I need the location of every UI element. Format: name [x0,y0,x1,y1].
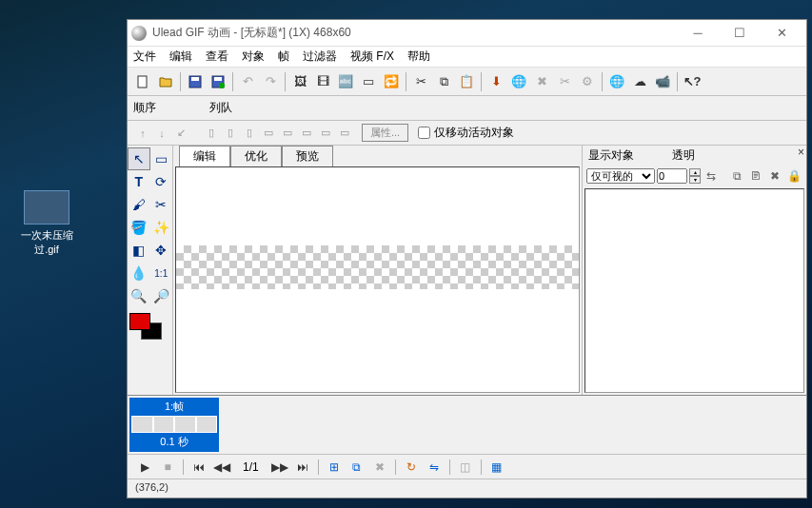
add-image-button[interactable]: 🖼 [289,71,310,92]
desktop-file-icon[interactable]: 一次未压缩过.gif [13,190,80,257]
arrow-up-icon[interactable]: ↑ [134,125,151,142]
transparency-input[interactable] [657,168,687,184]
dist-h-icon[interactable]: ▭ [317,125,334,142]
crop-button[interactable]: ✂ [554,71,575,92]
onion-button[interactable]: ◫ [456,459,475,476]
desktop-unknown-icon[interactable] [78,190,101,213]
copy-button[interactable]: ⧉ [433,71,454,92]
move-only-input[interactable] [418,127,430,139]
menu-help[interactable]: 帮助 [407,49,430,65]
dup-frame-button[interactable]: ⧉ [347,459,366,476]
preview-browser-button[interactable]: 🌐 [508,71,529,92]
order-label: 顺序 [133,100,209,116]
play-button[interactable]: ▶ [135,459,154,476]
lock-icon[interactable]: 🔒 [785,167,802,185]
add-blank-button[interactable]: ▭ [358,71,379,92]
arrow-down-icon[interactable]: ↓ [153,125,170,142]
add-frame-button[interactable]: ⊞ [325,459,344,476]
menu-filter[interactable]: 过滤器 [303,49,337,65]
new-button[interactable] [132,71,153,92]
reverse-button[interactable]: ⇋ [425,459,444,476]
tab-edit[interactable]: 编辑 [179,146,230,166]
properties-button[interactable]: 属性... [362,124,408,142]
delete-obj-icon[interactable]: ✖ [766,167,783,185]
loop-button[interactable]: ↻ [402,459,421,476]
cloud-button[interactable]: ☁ [629,71,650,92]
open-button[interactable] [155,71,176,92]
color-swatch[interactable] [128,313,172,347]
zoom-out-tool[interactable]: 🔎 [150,284,173,307]
eyedropper-tool[interactable]: 💧 [128,262,150,284]
save-as-button[interactable] [208,71,228,92]
add-video-button[interactable]: 🎞 [312,71,333,92]
dist-v-icon[interactable]: ▭ [336,125,353,142]
prev-frame-button[interactable]: ◀◀ [212,459,231,476]
help-context-button[interactable]: ↖? [682,71,703,92]
paste-button[interactable]: 📋 [456,71,477,92]
move-only-checkbox[interactable]: 仅移动活动对象 [418,125,514,141]
delete-button[interactable]: ✖ [531,71,552,92]
foreground-color[interactable] [129,313,150,330]
visibility-select[interactable]: 仅可视的 [586,168,655,184]
actual-size-tool[interactable]: 1:1 [150,262,173,284]
del-frame-button[interactable]: ✖ [370,459,389,476]
add-banner-button[interactable]: 🔤 [335,71,356,92]
object-list[interactable] [584,188,804,393]
marquee-tool[interactable]: ▭ [150,147,173,170]
align-center-icon[interactable]: ▯ [222,125,239,142]
web-button[interactable]: 🌐 [606,71,627,92]
group-icon[interactable]: 🖹 [747,167,764,185]
save-button[interactable] [185,71,206,92]
last-frame-button[interactable]: ⏭ [293,459,312,476]
maximize-button[interactable]: ☐ [719,22,761,45]
menu-edit[interactable]: 编辑 [169,49,192,65]
slider-icon[interactable]: ⇆ [703,167,720,185]
spin-down-icon[interactable]: ▾ [689,176,701,184]
cut-button[interactable]: ✂ [410,71,431,92]
export-button[interactable]: ⬇ [485,71,506,92]
align-mid-icon[interactable]: ▭ [279,125,296,142]
undo-button[interactable]: ↶ [237,71,258,92]
tab-preview[interactable]: 预览 [282,146,333,166]
zoom-in-tool[interactable]: 🔍 [128,284,150,307]
rotate-tool[interactable]: ⟳ [150,170,173,193]
camera-button[interactable]: 📹 [652,71,673,92]
minimize-button[interactable]: ─ [677,22,719,45]
svg-rect-0 [138,76,147,88]
settings-button[interactable]: ▦ [487,459,506,476]
duplicate-icon[interactable]: ⧉ [728,167,745,185]
menu-view[interactable]: 查看 [206,49,228,65]
align-left-icon[interactable]: ▯ [203,125,220,142]
arrow-back-icon[interactable]: ↙ [172,125,189,142]
move-tool[interactable]: ✥ [150,239,173,262]
text-tool[interactable]: T [128,170,150,193]
tween-button[interactable]: 🔁 [381,71,402,92]
menu-file[interactable]: 文件 [133,49,156,65]
stop-button[interactable]: ■ [158,459,177,476]
frame-thumbnail[interactable]: 1:帧 0.1 秒 [129,398,219,452]
brush-tool[interactable]: 🖌 [128,193,150,216]
pointer-tool[interactable]: ↖ [128,147,150,170]
next-frame-button[interactable]: ▶▶ [270,459,289,476]
redo-button[interactable]: ↷ [260,71,281,92]
tool-button[interactable]: ⚙ [577,71,598,92]
panel-close-icon[interactable]: × [798,146,804,159]
wand-tool[interactable]: ✨ [150,216,173,239]
close-button[interactable]: ✕ [761,22,802,45]
eraser-tool[interactable]: ◧ [128,239,150,262]
first-frame-button[interactable]: ⏮ [189,459,208,476]
menu-object[interactable]: 对象 [242,49,265,65]
menu-frame[interactable]: 帧 [278,49,289,65]
canvas-area[interactable] [175,166,580,393]
frame-label: 1:帧 [131,400,217,414]
spin-up-icon[interactable]: ▴ [689,168,701,176]
align-bottom-icon[interactable]: ▭ [298,125,315,142]
tab-optimize[interactable]: 优化 [230,146,282,166]
transparent-label: 透明 [672,147,695,164]
fill-tool[interactable]: 🪣 [128,216,150,239]
crop-tool[interactable]: ✂ [150,193,173,216]
align-right-icon[interactable]: ▯ [241,125,258,142]
align-top-icon[interactable]: ▭ [260,125,277,142]
menu-video-fx[interactable]: 视频 F/X [350,49,394,65]
frame-strip[interactable]: 1:帧 0.1 秒 [128,396,806,454]
